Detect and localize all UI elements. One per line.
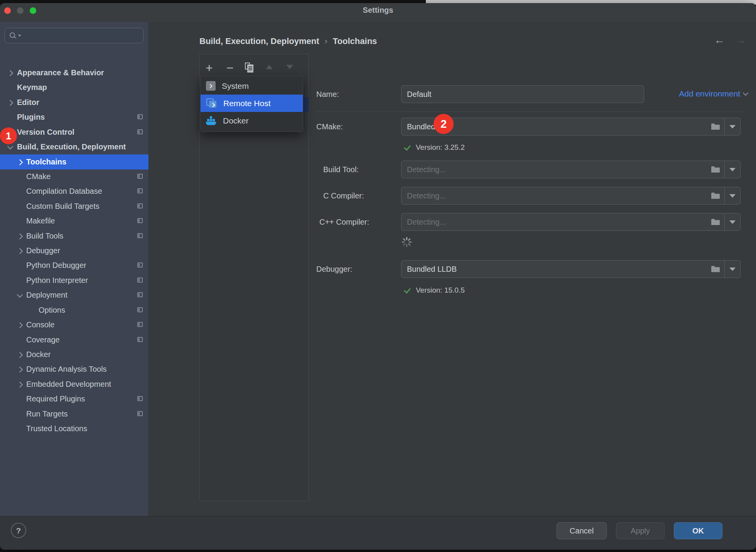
- sidebar-item-label: Build Tools: [26, 232, 63, 240]
- detection-spinner-icon: [401, 237, 412, 247]
- chevron-right-icon[interactable]: [17, 367, 23, 373]
- sidebar-item-options[interactable]: Options: [0, 303, 148, 318]
- sidebar-item-toolchains[interactable]: Toolchains: [0, 154, 148, 169]
- terminal-prompt-icon: [211, 103, 215, 107]
- cancel-button[interactable]: Cancel: [557, 522, 607, 539]
- sidebar-item-label: Coverage: [26, 335, 60, 344]
- chevron-right-icon[interactable]: [17, 159, 23, 165]
- chevron-right-icon[interactable]: [7, 100, 14, 106]
- sidebar-item-required-plugins[interactable]: Required Plugins: [0, 391, 148, 406]
- build-tool-dropdown-button[interactable]: [724, 161, 740, 178]
- sidebar-item-editor[interactable]: Editor: [0, 95, 148, 110]
- cmake-dropdown-button[interactable]: [724, 118, 740, 135]
- sidebar-item-plugins[interactable]: Plugins: [0, 110, 148, 125]
- popup-item-system[interactable]: System: [201, 77, 303, 95]
- sidebar-item-run-targets[interactable]: Run Targets: [0, 406, 148, 422]
- folder-browse-icon[interactable]: [711, 124, 720, 130]
- sidebar-item-docker[interactable]: Docker: [0, 347, 148, 362]
- add-environment-label[interactable]: Add environment: [679, 89, 740, 98]
- dropdown-arrow-icon: [729, 220, 736, 224]
- annotation-badge-1: 1: [0, 127, 17, 144]
- debugger-label: Debugger:: [316, 264, 352, 274]
- help-button[interactable]: ?: [11, 523, 26, 538]
- c-compiler-dropdown-button[interactable]: [724, 187, 740, 204]
- sidebar-item-python-interpreter[interactable]: Python Interpreter: [0, 273, 148, 288]
- breadcrumb-part-parent[interactable]: Build, Execution, Deployment: [199, 36, 319, 46]
- sidebar-item-coverage[interactable]: Coverage: [0, 332, 148, 347]
- popup-item-docker[interactable]: Docker: [201, 112, 303, 129]
- move-up-icon: [266, 65, 273, 69]
- popup-item-label: System: [222, 81, 249, 91]
- sidebar-item-custom-build-targets[interactable]: Custom Build Targets: [0, 199, 148, 214]
- sidebar-item-keymap[interactable]: Keymap: [0, 80, 148, 95]
- add-toolchain-button[interactable]: +: [206, 61, 213, 75]
- page-panel-icon: [137, 218, 143, 223]
- toolchain-list-selected-row[interactable]: [303, 97, 309, 112]
- name-input[interactable]: [402, 90, 644, 99]
- build-tool-field[interactable]: [401, 161, 741, 178]
- remove-toolchain-button[interactable]: −: [226, 61, 234, 75]
- cpp-compiler-label: C++ Compiler:: [319, 217, 369, 227]
- chevron-right-icon[interactable]: [7, 70, 14, 76]
- ok-button[interactable]: OK: [674, 522, 722, 539]
- page-panel-icon: [137, 233, 143, 238]
- chevron-down-icon: [743, 90, 748, 96]
- sidebar-item-build-tools[interactable]: Build Tools: [0, 229, 148, 244]
- back-button[interactable]: ←: [712, 34, 727, 47]
- annotation-badge-2: 2: [434, 114, 454, 134]
- settings-content: Build, Execution, Deployment › Toolchain…: [149, 22, 756, 516]
- folder-browse-icon[interactable]: [711, 266, 720, 272]
- sidebar-item-embedded-development[interactable]: Embedded Development: [0, 377, 148, 392]
- chevron-right-icon[interactable]: [17, 322, 23, 328]
- debugger-field[interactable]: [401, 260, 741, 278]
- sidebar-item-debugger[interactable]: Debugger: [0, 243, 148, 258]
- sidebar-item-label: Plugins: [17, 113, 45, 122]
- sidebar-item-label: Run Targets: [26, 410, 68, 418]
- chevron-right-icon[interactable]: [17, 352, 23, 358]
- chevron-down-icon[interactable]: [7, 144, 14, 150]
- sidebar-item-label: Python Debugger: [26, 261, 86, 270]
- sidebar-item-label: Keymap: [17, 83, 47, 92]
- folder-browse-icon[interactable]: [711, 219, 720, 225]
- sidebar-item-label: Editor: [17, 98, 39, 107]
- chevron-right-icon[interactable]: [17, 233, 23, 239]
- name-label: Name:: [316, 89, 339, 100]
- sidebar-item-dynamic-analysis-tools[interactable]: Dynamic Analysis Tools: [0, 362, 148, 377]
- sidebar-item-compilation-database[interactable]: Compilation Database: [0, 184, 148, 199]
- folder-browse-icon[interactable]: [711, 193, 720, 199]
- cpp-compiler-field[interactable]: [401, 213, 741, 231]
- page-panel-icon: [137, 174, 143, 179]
- sidebar-item-appearance-behavior[interactable]: Appearance & Behavior: [0, 65, 148, 80]
- chevron-right-icon[interactable]: [17, 382, 23, 388]
- sidebar-item-makefile[interactable]: Makefile: [0, 213, 148, 229]
- popup-item-remote-host[interactable]: Remote Host: [201, 95, 303, 112]
- docker-icon: [206, 116, 217, 126]
- debugger-dropdown-button[interactable]: [724, 261, 740, 278]
- sidebar-item-label: Version Control: [17, 128, 74, 137]
- add-environment-link[interactable]: Add environment: [679, 89, 748, 98]
- folder-browse-icon[interactable]: [711, 166, 720, 173]
- sidebar-item-deployment[interactable]: Deployment: [0, 288, 148, 303]
- sidebar-item-python-debugger[interactable]: Python Debugger: [0, 258, 148, 273]
- build-tool-input[interactable]: [402, 165, 711, 174]
- sidebar-item-build-execution-deployment[interactable]: Build, Execution, Deployment: [0, 139, 148, 154]
- chevron-down-icon[interactable]: [17, 292, 23, 298]
- cpp-compiler-input[interactable]: [402, 218, 711, 227]
- copy-toolchain-icon[interactable]: [245, 63, 255, 73]
- sidebar-item-version-control[interactable]: Version Control: [0, 125, 148, 140]
- sidebar-item-label: Dynamic Analysis Tools: [26, 365, 107, 374]
- name-field[interactable]: [401, 85, 644, 103]
- c-compiler-input[interactable]: [402, 191, 711, 200]
- chevron-right-icon[interactable]: [17, 248, 23, 254]
- sidebar-item-console[interactable]: Console: [0, 317, 148, 332]
- sidebar-item-label: Trusted Locations: [26, 424, 87, 433]
- c-compiler-field[interactable]: [401, 187, 741, 205]
- page-panel-icon: [137, 114, 143, 119]
- page-panel-icon: [137, 129, 143, 134]
- sidebar-item-trusted-locations[interactable]: Trusted Locations: [0, 421, 148, 436]
- page-panel-icon: [137, 292, 143, 297]
- cpp-compiler-dropdown-button[interactable]: [724, 213, 740, 230]
- debugger-input[interactable]: [402, 265, 711, 274]
- system-icon: [206, 81, 216, 91]
- sidebar-item-cmake[interactable]: CMake: [0, 169, 148, 184]
